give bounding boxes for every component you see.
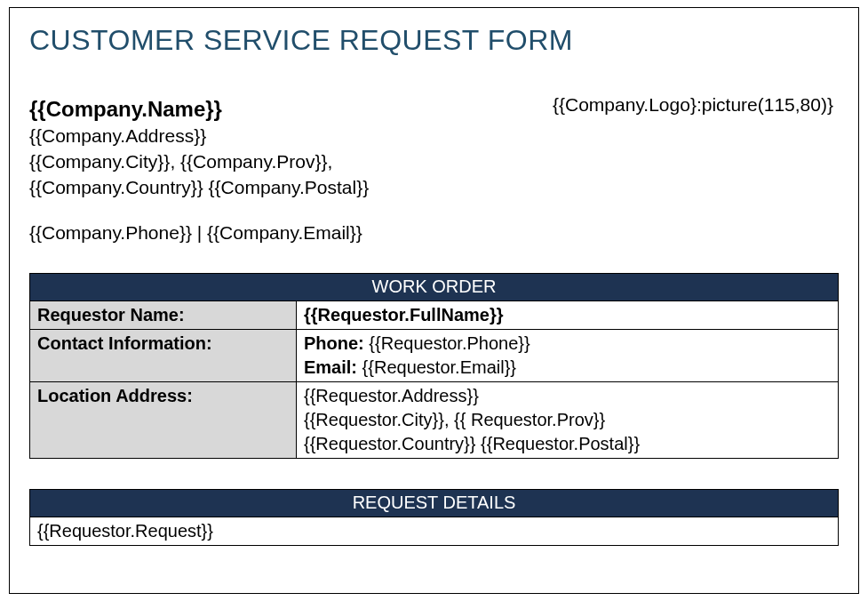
request-details-value: {{Requestor.Request}} [30, 517, 839, 545]
contact-info-label: Contact Information: [30, 329, 297, 381]
email-label: Email: [304, 357, 362, 377]
company-address: {{Company.Address}} [29, 124, 369, 149]
company-postal: {{Company.Postal}} [209, 177, 370, 197]
company-block: {{Company.Name}} {{Company.Address}} {{C… [29, 94, 369, 246]
location-country: {{Requestor.Country}} [304, 434, 475, 453]
table-row: Contact Information: Phone: {{Requestor.… [30, 329, 839, 381]
header-row: {{Company.Name}} {{Company.Address}} {{C… [29, 94, 839, 246]
work-order-table: WORK ORDER Requestor Name: {{Requestor.F… [29, 273, 839, 459]
sep-comma: , [170, 151, 180, 172]
request-details-heading: REQUEST DETAILS [30, 489, 839, 517]
location-prov: {{ Requestor.Prov}} [454, 410, 605, 429]
phone-value: {{Requestor.Phone}} [369, 333, 530, 353]
company-phone: {{Company.Phone}} [29, 222, 192, 243]
location-address: {{Requestor.Address}} [304, 386, 479, 405]
company-country-postal: {{Company.Country}} {{Company.Postal}} [29, 175, 369, 201]
location-city: {{Requestor.City}} [304, 410, 444, 429]
table-row: {{Requestor.Request}} [30, 517, 839, 545]
contact-info-value: Phone: {{Requestor.Phone}} Email: {{Requ… [297, 329, 839, 381]
form-title: CUSTOMER SERVICE REQUEST FORM [29, 24, 839, 57]
request-details-table: REQUEST DETAILS {{Requestor.Request}} [29, 489, 839, 546]
table-row: Requestor Name: {{Requestor.FullName}} [30, 300, 839, 329]
company-logo-placeholder: {{Company.Logo}:picture(115,80)} [553, 94, 833, 116]
work-order-heading: WORK ORDER [30, 273, 839, 300]
company-email: {{Company.Email}} [207, 222, 362, 243]
company-city: {{Company.City}} [29, 151, 170, 172]
location-value: {{Requestor.Address}} {{Requestor.City}}… [297, 381, 839, 458]
company-phone-email: {{Company.Phone}} | {{Company.Email}} [29, 220, 369, 246]
company-city-prov: {{Company.City}}, {{Company.Prov}}, [29, 149, 369, 175]
company-name: {{Company.Name}} [29, 94, 369, 124]
requestor-name-value: {{Requestor.FullName}} [297, 300, 839, 329]
table-row: Location Address: {{Requestor.Address}} … [30, 381, 839, 458]
form-page: CUSTOMER SERVICE REQUEST FORM {{Company.… [9, 7, 859, 594]
company-prov: {{Company.Prov}} [180, 151, 327, 172]
sep-pipe: | [192, 222, 207, 243]
email-value: {{Requestor.Email}} [362, 357, 516, 377]
requestor-name-label: Requestor Name: [30, 300, 297, 329]
phone-label: Phone: [304, 333, 369, 353]
company-country: {{Company.Country}} [29, 177, 203, 197]
location-label: Location Address: [30, 381, 297, 458]
location-postal: {{Requestor.Postal}} [481, 434, 640, 453]
